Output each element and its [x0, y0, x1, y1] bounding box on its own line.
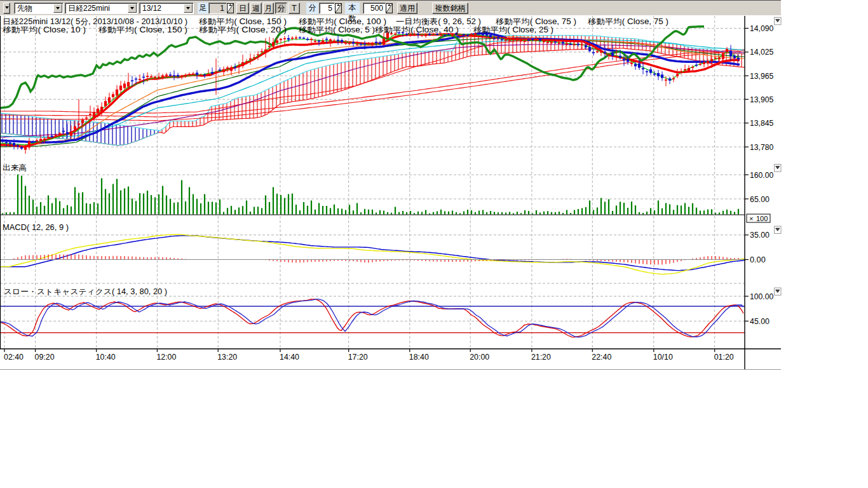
svg-text:12:00: 12:00	[156, 352, 176, 362]
svg-text:13:20: 13:20	[217, 352, 237, 362]
svg-text:14,025: 14,025	[750, 47, 773, 57]
svg-text:13,905: 13,905	[750, 95, 773, 104]
svg-text:21:20: 21:20	[531, 352, 551, 362]
svg-text:スロー・ストキャスティクス( 14, 3, 80, 20 ): スロー・ストキャスティクス( 14, 3, 80, 20 )	[4, 287, 167, 296]
svg-text:×: ×	[749, 215, 753, 222]
svg-text:09:20: 09:20	[35, 352, 55, 362]
svg-text:移動平均( Close, 5 ): 移動平均( Close, 5 )	[299, 25, 375, 34]
svg-text:100: 100	[756, 215, 768, 222]
svg-text:移動平均( Close, 40 ): 移動平均( Close, 40 )	[375, 25, 459, 34]
svg-text:移動平均( Close, 10 ): 移動平均( Close, 10 )	[3, 25, 86, 34]
svg-text:移動平均( Close, 100 ): 移動平均( Close, 100 )	[299, 17, 386, 26]
svg-text:160.00: 160.00	[750, 170, 773, 180]
svg-text:20:00: 20:00	[470, 352, 489, 362]
svg-text:02:40: 02:40	[4, 352, 24, 362]
svg-text:65.00: 65.00	[750, 194, 770, 204]
svg-text:10/10: 10/10	[653, 352, 673, 362]
svg-text:0.00: 0.00	[750, 255, 766, 264]
svg-text:出来高: 出来高	[3, 163, 27, 172]
svg-text:14,090: 14,090	[750, 24, 773, 33]
svg-text:13,780: 13,780	[750, 142, 773, 152]
svg-text:移動平均( Close, 25 ): 移動平均( Close, 25 )	[473, 25, 553, 34]
svg-text:01:20: 01:20	[714, 352, 734, 362]
svg-text:22:40: 22:40	[592, 352, 611, 362]
svg-text:100.00: 100.00	[750, 292, 773, 301]
svg-text:移動平均( Close, 20 ): 移動平均( Close, 20 )	[199, 25, 287, 34]
svg-text:14:40: 14:40	[280, 352, 299, 362]
svg-text:18:40: 18:40	[409, 352, 429, 362]
svg-text:17:20: 17:20	[348, 352, 368, 362]
svg-text:移動平均( Close, 75 ): 移動平均( Close, 75 )	[588, 17, 668, 26]
svg-text:35.00: 35.00	[750, 230, 770, 240]
svg-text:MACD( 12, 26, 9 ): MACD( 12, 26, 9 )	[3, 223, 69, 232]
svg-text:13,965: 13,965	[750, 71, 773, 81]
svg-text:移動平均( Close, 150 ): 移動平均( Close, 150 )	[199, 17, 287, 26]
svg-text:移動平均( Close, 150 ): 移動平均( Close, 150 )	[98, 25, 187, 34]
svg-text:13,845: 13,845	[750, 118, 773, 128]
svg-text:一目均衡表( 9, 26, 52 ): 一目均衡表( 9, 26, 52 )	[396, 17, 481, 26]
svg-text:日経225mini 13/12( 5分, 2013/10/0: 日経225mini 13/12( 5分, 2013/10/08 - 2013/1…	[3, 17, 187, 26]
svg-text:移動平均( Close, 75 ): 移動平均( Close, 75 )	[496, 17, 576, 26]
svg-text:45.00: 45.00	[750, 316, 770, 326]
svg-text:10:40: 10:40	[96, 352, 116, 362]
